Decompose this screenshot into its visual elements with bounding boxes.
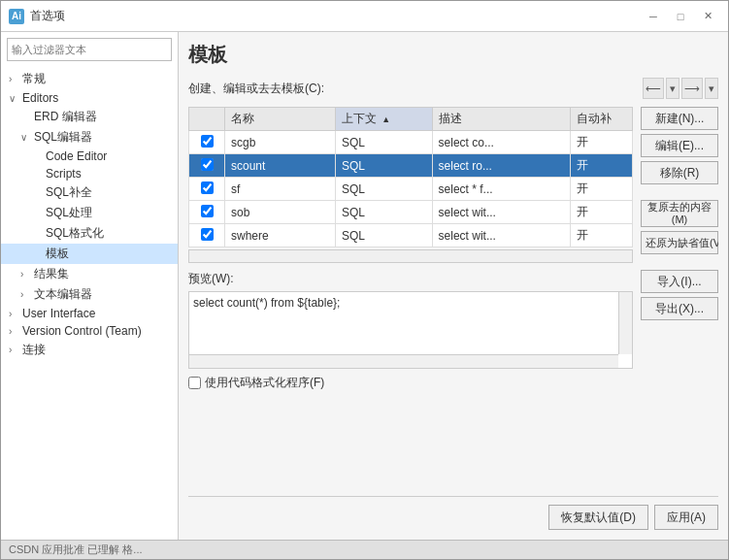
table-wrapper: 名称 上下文 ▲ 描述 自动补 scgbSQLselect co...开scou [188,107,633,247]
remove-button[interactable]: 移除(R) [641,161,718,184]
tree-item-label: 常规 [22,71,46,87]
right-panel: 模板 创建、编辑或去去模板(C): ⟵ ▾ ⟶ ▾ [179,32,728,540]
preview-section: 预览(W): select count(*) from ${table}; [188,271,633,369]
sidebar-item-results[interactable]: ›结果集 [1,264,178,284]
sidebar-item-vcs[interactable]: ›Version Control (Team) [1,322,178,340]
tree-item-label: Version Control (Team) [22,324,142,338]
row-name: swhere [225,224,336,247]
preview-scrollbar-h[interactable] [189,354,618,368]
sidebar-item-normal[interactable]: ›常规 [1,69,178,89]
templates-table: 名称 上下文 ▲ 描述 自动补 scgbSQLselect co...开scou [188,107,633,247]
sidebar-item-editors[interactable]: ∨Editors [1,89,178,107]
row-auto: 开 [570,131,632,154]
table-row[interactable]: sobSQLselect wit...开 [189,201,633,224]
col-header-context[interactable]: 上下文 ▲ [335,108,432,131]
row-checkbox-cell[interactable] [189,131,225,154]
row-checkbox[interactable] [201,135,214,148]
preview-content: select count(*) from ${table}; [193,296,340,310]
sidebar-item-sql-completion[interactable]: SQL补全 [1,182,178,203]
table-row[interactable]: sfSQLselect * f...开 [189,178,633,201]
row-description: select co... [432,131,570,154]
row-context: SQL [335,201,432,224]
apply-button[interactable]: 应用(A) [654,505,718,530]
tree-item-label: User Interface [22,307,95,320]
nav-back-dropdown[interactable]: ▾ [666,78,679,99]
row-checkbox-cell[interactable] [189,154,225,178]
preferences-window: Ai 首选项 ─ □ ✕ ›常规∨EditorsERD 编辑器∨SQL编辑器Co… [0,0,729,560]
sidebar-item-ui[interactable]: ›User Interface [1,305,178,322]
export-button[interactable]: 导出(X)... [641,297,718,320]
tree-arrow-icon: › [9,74,18,84]
tree-arrow-icon: › [20,289,30,300]
format-checkbox-label[interactable]: 使用代码格式化程序(F) [205,375,324,391]
nav-forward-dropdown[interactable]: ▾ [705,78,718,99]
toolbar-label: 创建、编辑或去去模板(C): [188,81,324,97]
row-checkbox[interactable] [201,205,214,217]
col-header-auto[interactable]: 自动补 [570,108,632,131]
tree-item-label: SQL格式化 [46,225,104,242]
main-content: ›常规∨EditorsERD 编辑器∨SQL编辑器Code EditorScri… [1,32,728,540]
row-checkbox[interactable] [201,181,214,194]
row-description: select ro... [432,154,570,178]
col-header-name[interactable]: 名称 [225,108,336,131]
preview-scrollbar-v[interactable] [618,292,632,354]
row-auto: 开 [570,154,632,178]
footer: CSDN 应用批准 已理解 格... [1,540,728,559]
edit-button[interactable]: 编辑(E)... [641,134,718,157]
sidebar-item-connect[interactable]: ›连接 [1,340,178,360]
row-context: SQL [335,178,432,201]
row-checkbox-cell[interactable] [189,178,225,201]
search-box[interactable] [7,38,172,61]
import-button[interactable]: 导入(I)... [641,270,718,293]
restore-default-button[interactable]: 还原为缺省值(V) [641,231,718,254]
row-checkbox[interactable] [201,228,214,241]
tree-arrow-icon: › [9,345,18,355]
row-name: scgb [225,131,336,154]
table-row[interactable]: swhereSQLselect wit...开 [189,224,633,247]
close-button[interactable]: ✕ [695,7,720,26]
sidebar: ›常规∨EditorsERD 编辑器∨SQL编辑器Code EditorScri… [1,32,179,540]
button-panel: 新建(N)... 编辑(E)... 移除(R) 复原去的内容(M) 还原为缺省值… [641,107,718,492]
sidebar-item-sql-editor[interactable]: ∨SQL编辑器 [1,127,178,148]
maximize-button[interactable]: □ [668,7,693,26]
nav-forward-button[interactable]: ⟶ [681,78,703,99]
minimize-button[interactable]: ─ [641,7,666,26]
sidebar-item-sql-processing[interactable]: SQL处理 [1,203,178,223]
tree-item-label: 文本编辑器 [34,286,92,303]
row-context: SQL [335,224,432,247]
tree-item-label: SQL编辑器 [34,129,92,146]
new-button[interactable]: 新建(N)... [641,107,718,130]
tree-item-label: Editors [22,91,58,105]
col-header-desc[interactable]: 描述 [432,108,570,131]
restore-defaults-button[interactable]: 恢复默认值(D) [548,505,648,530]
sidebar-item-sql-format[interactable]: SQL格式化 [1,223,178,244]
app-icon: Ai [9,9,24,24]
row-context: SQL [335,131,432,154]
table-scrollbar-h[interactable] [188,249,633,263]
sidebar-item-code-editor[interactable]: Code Editor [1,148,178,165]
search-input[interactable] [12,44,167,55]
restore-deleted-button[interactable]: 复原去的内容(M) [641,200,718,227]
bottom-bar: 恢复默认值(D) 应用(A) [188,496,718,530]
format-checkbox[interactable] [188,377,201,389]
sidebar-item-scripts[interactable]: Scripts [1,165,178,182]
table-row[interactable]: scgbSQLselect co...开 [189,131,633,154]
sidebar-item-text-editor[interactable]: ›文本编辑器 [1,284,178,305]
row-description: select * f... [432,178,570,201]
row-checkbox[interactable] [201,158,214,171]
sidebar-item-templates[interactable]: 模板 [1,244,178,264]
format-checkbox-row: 使用代码格式化程序(F) [188,375,633,391]
title-bar: Ai 首选项 ─ □ ✕ [1,1,728,32]
panel-title: 模板 [188,42,718,68]
nav-back-button[interactable]: ⟵ [643,78,664,99]
sort-arrow-icon: ▲ [381,115,390,124]
content-area: 名称 上下文 ▲ 描述 自动补 scgbSQLselect co...开scou [188,107,718,492]
tree-item-label: 模板 [46,246,69,262]
row-checkbox-cell[interactable] [189,224,225,247]
table-section: 名称 上下文 ▲ 描述 自动补 scgbSQLselect co...开scou [188,107,633,492]
sidebar-item-erd[interactable]: ERD 编辑器 [1,107,178,127]
panel-toolbar: 创建、编辑或去去模板(C): ⟵ ▾ ⟶ ▾ [188,78,718,99]
table-row[interactable]: scountSQLselect ro...开 [189,154,633,178]
row-checkbox-cell[interactable] [189,201,225,224]
tree-item-label: ERD 编辑器 [34,109,97,125]
